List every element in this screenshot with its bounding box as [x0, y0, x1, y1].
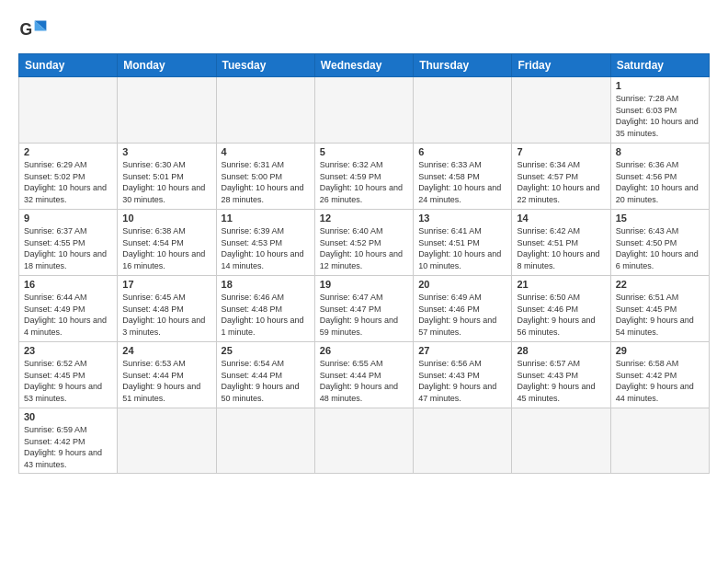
- day-number: 26: [320, 345, 408, 356]
- day-info: Sunrise: 6:59 AM Sunset: 4:42 PM Dayligh…: [24, 424, 112, 470]
- calendar-cell: [414, 77, 512, 144]
- day-info: Sunrise: 6:55 AM Sunset: 4:44 PM Dayligh…: [320, 358, 408, 404]
- calendar-cell: 11Sunrise: 6:39 AM Sunset: 4:53 PM Dayli…: [216, 210, 314, 276]
- calendar-cell: 19Sunrise: 6:47 AM Sunset: 4:47 PM Dayli…: [314, 276, 413, 342]
- day-number: 4: [222, 146, 310, 157]
- weekday-header-thursday: Thursday: [414, 54, 512, 77]
- day-info: Sunrise: 6:37 AM Sunset: 4:55 PM Dayligh…: [24, 225, 112, 271]
- calendar-cell: 12Sunrise: 6:40 AM Sunset: 4:52 PM Dayli…: [314, 210, 413, 276]
- calendar-cell: [512, 77, 610, 144]
- calendar-week-row: 1Sunrise: 7:28 AM Sunset: 6:03 PM Daylig…: [19, 77, 710, 144]
- day-info: Sunrise: 6:31 AM Sunset: 5:00 PM Dayligh…: [222, 159, 310, 205]
- day-info: Sunrise: 6:39 AM Sunset: 4:53 PM Dayligh…: [222, 225, 310, 271]
- day-number: 24: [122, 345, 210, 356]
- calendar-week-row: 9Sunrise: 6:37 AM Sunset: 4:55 PM Daylig…: [19, 210, 710, 276]
- day-info: Sunrise: 6:36 AM Sunset: 4:56 PM Dayligh…: [616, 159, 704, 205]
- day-info: Sunrise: 6:40 AM Sunset: 4:52 PM Dayligh…: [320, 225, 408, 271]
- day-number: 1: [616, 80, 704, 91]
- day-number: 6: [418, 146, 506, 157]
- calendar-cell: 9Sunrise: 6:37 AM Sunset: 4:55 PM Daylig…: [19, 210, 118, 276]
- day-info: Sunrise: 6:49 AM Sunset: 4:46 PM Dayligh…: [418, 292, 506, 338]
- calendar-cell: 13Sunrise: 6:41 AM Sunset: 4:51 PM Dayli…: [414, 210, 512, 276]
- calendar-cell: 14Sunrise: 6:42 AM Sunset: 4:51 PM Dayli…: [512, 210, 610, 276]
- calendar-cell: 8Sunrise: 6:36 AM Sunset: 4:56 PM Daylig…: [610, 144, 709, 210]
- day-info: Sunrise: 6:50 AM Sunset: 4:46 PM Dayligh…: [517, 292, 605, 338]
- calendar-cell: 18Sunrise: 6:46 AM Sunset: 4:48 PM Dayli…: [216, 276, 314, 342]
- day-number: 10: [122, 213, 210, 224]
- day-info: Sunrise: 6:57 AM Sunset: 4:43 PM Dayligh…: [517, 358, 605, 404]
- day-info: Sunrise: 6:47 AM Sunset: 4:47 PM Dayligh…: [320, 292, 408, 338]
- day-info: Sunrise: 6:30 AM Sunset: 5:01 PM Dayligh…: [122, 159, 210, 205]
- calendar-cell: 20Sunrise: 6:49 AM Sunset: 4:46 PM Dayli…: [414, 276, 512, 342]
- day-info: Sunrise: 6:29 AM Sunset: 5:02 PM Dayligh…: [24, 159, 112, 205]
- calendar-cell: 5Sunrise: 6:32 AM Sunset: 4:59 PM Daylig…: [314, 144, 413, 210]
- day-number: 16: [24, 279, 112, 290]
- day-info: Sunrise: 6:53 AM Sunset: 4:44 PM Dayligh…: [122, 358, 210, 404]
- calendar-week-row: 23Sunrise: 6:52 AM Sunset: 4:45 PM Dayli…: [19, 342, 710, 408]
- day-number: 17: [122, 279, 210, 290]
- calendar-cell: [118, 77, 216, 144]
- day-number: 28: [517, 345, 605, 356]
- calendar-cell: 22Sunrise: 6:51 AM Sunset: 4:45 PM Dayli…: [610, 276, 709, 342]
- calendar-cell: 7Sunrise: 6:34 AM Sunset: 4:57 PM Daylig…: [512, 144, 610, 210]
- day-number: 9: [24, 213, 112, 224]
- day-number: 15: [616, 213, 704, 224]
- weekday-header-sunday: Sunday: [19, 54, 118, 77]
- calendar-week-row: 2Sunrise: 6:29 AM Sunset: 5:02 PM Daylig…: [19, 144, 710, 210]
- header: G: [18, 15, 710, 44]
- calendar-cell: 2Sunrise: 6:29 AM Sunset: 5:02 PM Daylig…: [19, 144, 118, 210]
- logo-icon: G: [18, 15, 48, 44]
- calendar-cell: 17Sunrise: 6:45 AM Sunset: 4:48 PM Dayli…: [118, 276, 216, 342]
- calendar-cell: [414, 408, 512, 474]
- day-info: Sunrise: 6:51 AM Sunset: 4:45 PM Dayligh…: [616, 292, 704, 338]
- calendar-cell: 29Sunrise: 6:58 AM Sunset: 4:42 PM Dayli…: [610, 342, 709, 408]
- calendar-cell: [216, 408, 314, 474]
- calendar-cell: [19, 77, 118, 144]
- weekday-header-saturday: Saturday: [610, 54, 709, 77]
- day-info: Sunrise: 6:43 AM Sunset: 4:50 PM Dayligh…: [616, 225, 704, 271]
- day-number: 11: [222, 213, 310, 224]
- calendar-cell: 30Sunrise: 6:59 AM Sunset: 4:42 PM Dayli…: [19, 408, 118, 474]
- calendar-cell: [118, 408, 216, 474]
- weekday-header-row: SundayMondayTuesdayWednesdayThursdayFrid…: [19, 54, 710, 77]
- day-info: Sunrise: 6:32 AM Sunset: 4:59 PM Dayligh…: [320, 159, 408, 205]
- day-number: 7: [517, 146, 605, 157]
- day-number: 23: [24, 345, 112, 356]
- day-info: Sunrise: 7:28 AM Sunset: 6:03 PM Dayligh…: [616, 93, 704, 139]
- calendar-week-row: 30Sunrise: 6:59 AM Sunset: 4:42 PM Dayli…: [19, 408, 710, 474]
- day-number: 22: [616, 279, 704, 290]
- calendar-cell: 28Sunrise: 6:57 AM Sunset: 4:43 PM Dayli…: [512, 342, 610, 408]
- weekday-header-wednesday: Wednesday: [314, 54, 413, 77]
- day-number: 25: [222, 345, 310, 356]
- day-info: Sunrise: 6:56 AM Sunset: 4:43 PM Dayligh…: [418, 358, 506, 404]
- day-number: 30: [24, 411, 112, 422]
- day-info: Sunrise: 6:33 AM Sunset: 4:58 PM Dayligh…: [418, 159, 506, 205]
- calendar-cell: 15Sunrise: 6:43 AM Sunset: 4:50 PM Dayli…: [610, 210, 709, 276]
- day-number: 3: [122, 146, 210, 157]
- day-number: 27: [418, 345, 506, 356]
- calendar-cell: 6Sunrise: 6:33 AM Sunset: 4:58 PM Daylig…: [414, 144, 512, 210]
- day-info: Sunrise: 6:52 AM Sunset: 4:45 PM Dayligh…: [24, 358, 112, 404]
- day-number: 20: [418, 279, 506, 290]
- day-number: 21: [517, 279, 605, 290]
- day-info: Sunrise: 6:45 AM Sunset: 4:48 PM Dayligh…: [122, 292, 210, 338]
- day-info: Sunrise: 6:41 AM Sunset: 4:51 PM Dayligh…: [418, 225, 506, 271]
- calendar-cell: [610, 408, 709, 474]
- weekday-header-friday: Friday: [512, 54, 610, 77]
- page: G SundayMondayTuesdayWednesdayThursdayFr…: [0, 0, 728, 563]
- calendar-cell: 26Sunrise: 6:55 AM Sunset: 4:44 PM Dayli…: [314, 342, 413, 408]
- day-info: Sunrise: 6:42 AM Sunset: 4:51 PM Dayligh…: [517, 225, 605, 271]
- calendar-cell: 1Sunrise: 7:28 AM Sunset: 6:03 PM Daylig…: [610, 77, 709, 144]
- calendar: SundayMondayTuesdayWednesdayThursdayFrid…: [18, 53, 710, 474]
- calendar-cell: [314, 408, 413, 474]
- day-number: 18: [222, 279, 310, 290]
- calendar-week-row: 16Sunrise: 6:44 AM Sunset: 4:49 PM Dayli…: [19, 276, 710, 342]
- day-number: 2: [24, 146, 112, 157]
- svg-text:G: G: [20, 20, 33, 39]
- calendar-cell: 23Sunrise: 6:52 AM Sunset: 4:45 PM Dayli…: [19, 342, 118, 408]
- day-number: 14: [517, 213, 605, 224]
- day-number: 19: [320, 279, 408, 290]
- day-info: Sunrise: 6:46 AM Sunset: 4:48 PM Dayligh…: [222, 292, 310, 338]
- calendar-cell: [314, 77, 413, 144]
- day-info: Sunrise: 6:38 AM Sunset: 4:54 PM Dayligh…: [122, 225, 210, 271]
